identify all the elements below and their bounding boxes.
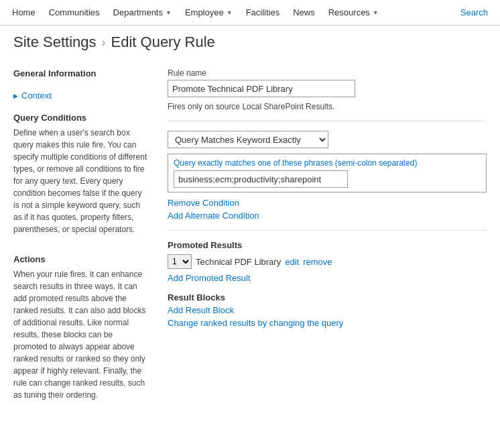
- query-conditions-desc: Define when a user's search box query ma…: [13, 127, 147, 235]
- add-alternate-condition-link[interactable]: Add Alternate Condition: [168, 211, 487, 221]
- nav-home-label: Home: [12, 7, 36, 17]
- nav-item-news[interactable]: News: [286, 0, 322, 25]
- nav-item-home[interactable]: Home: [5, 0, 42, 25]
- change-ranked-link[interactable]: Change ranked results by changing the qu…: [168, 318, 487, 328]
- condition-select-row: Query Matches Keyword Exactly: [168, 131, 487, 148]
- add-promoted-result-link[interactable]: Add Promoted Result: [168, 273, 487, 283]
- nav-item-facilities[interactable]: Facilities: [239, 0, 287, 25]
- query-conditions-section: Query Matches Keyword Exactly Query exac…: [168, 131, 487, 221]
- nav-item-employee[interactable]: Employee ▼: [178, 0, 239, 25]
- result-blocks-label: Result Blocks: [168, 292, 487, 302]
- nav-employee-label: Employee: [185, 7, 224, 17]
- actions-section: Promoted Results 1 Technical PDF Library…: [168, 240, 487, 328]
- nav-communities-label: Communities: [49, 7, 100, 17]
- remove-condition-link[interactable]: Remove Condition: [168, 198, 487, 208]
- nav-search-label: Search: [460, 7, 488, 17]
- chevron-down-icon: ▼: [166, 9, 172, 16]
- nav-facilities-label: Facilities: [246, 7, 280, 17]
- divider-1: [168, 121, 487, 121]
- nav-item-departments[interactable]: Departments ▼: [107, 0, 178, 25]
- nav-news-label: News: [293, 7, 315, 17]
- actions-desc: When your rule fires, it can enhance sea…: [13, 268, 147, 401]
- promoted-name: Technical PDF Library: [196, 257, 281, 267]
- page-title: Edit Query Rule: [111, 34, 215, 51]
- add-result-block-link[interactable]: Add Result Block: [168, 305, 487, 315]
- condition-box: Query exactly matches one of these phras…: [168, 154, 487, 192]
- promoted-edit-link[interactable]: edit: [285, 257, 299, 267]
- right-panel: Rule name Fires only on source Local Sha…: [161, 56, 487, 401]
- actions-label: Actions: [13, 254, 147, 264]
- general-info-label: General Information: [13, 68, 147, 78]
- condition-box-label: Query exactly matches one of these phras…: [174, 158, 481, 168]
- nav-item-communities[interactable]: Communities: [42, 0, 107, 25]
- nav-item-resources[interactable]: Resources ▼: [322, 0, 385, 25]
- promoted-results-label: Promoted Results: [168, 240, 487, 250]
- fires-text: Fires only on source Local SharePoint Re…: [168, 102, 355, 111]
- context-label: Context: [21, 91, 52, 101]
- nav-departments-label: Departments: [113, 7, 163, 17]
- divider-2: [168, 230, 487, 231]
- left-panel: General Information ▶ Context Query Cond…: [13, 56, 161, 401]
- condition-phrases-input[interactable]: [174, 170, 348, 188]
- page-header: Site Settings › Edit Query Rule: [0, 25, 500, 56]
- promoted-num-select[interactable]: 1: [168, 254, 192, 269]
- promoted-row: 1 Technical PDF Library edit remove: [168, 254, 487, 269]
- chevron-down-icon: ▼: [227, 9, 233, 16]
- rule-name-label: Rule name: [168, 68, 355, 78]
- rule-name-input[interactable]: [168, 80, 355, 97]
- nav-search-button[interactable]: Search: [454, 0, 495, 25]
- general-info-section: Rule name Fires only on source Local Sha…: [168, 68, 487, 111]
- nav-resources-label: Resources: [328, 7, 370, 17]
- promoted-remove-link[interactable]: remove: [303, 257, 332, 267]
- chevron-down-icon: ▼: [373, 9, 379, 16]
- triangle-icon: ▶: [13, 93, 18, 99]
- condition-select[interactable]: Query Matches Keyword Exactly: [168, 131, 328, 148]
- breadcrumb[interactable]: Site Settings: [13, 34, 97, 51]
- main-content: General Information ▶ Context Query Cond…: [0, 56, 500, 401]
- breadcrumb-separator: ›: [102, 36, 106, 50]
- context-toggle[interactable]: ▶ Context: [13, 91, 147, 101]
- query-conditions-label: Query Conditions: [13, 113, 147, 123]
- top-nav: Home Communities Departments ▼ Employee …: [0, 0, 500, 25]
- rule-name-group: Rule name Fires only on source Local Sha…: [168, 68, 355, 111]
